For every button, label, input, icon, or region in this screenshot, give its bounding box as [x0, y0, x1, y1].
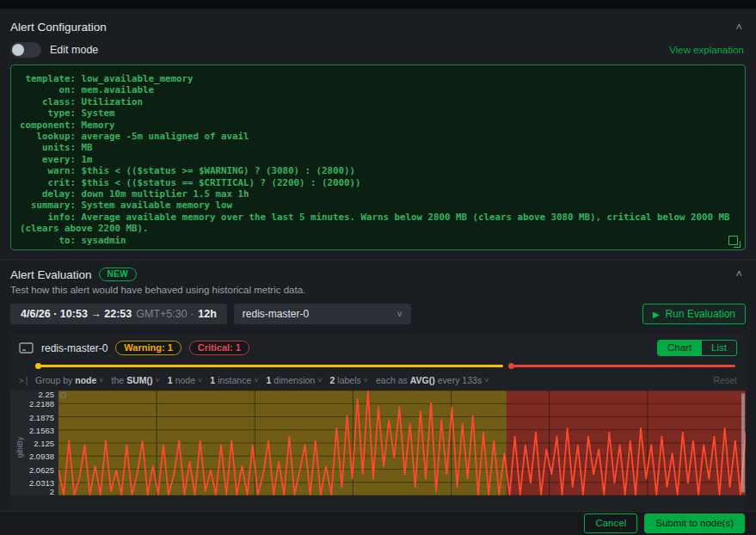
- groupby-label: Group by: [35, 375, 72, 385]
- alert-evaluation-header: Alert Evaluation NEW ˄: [0, 260, 756, 281]
- warning-timeline-marker[interactable]: [35, 363, 41, 369]
- view-explanation-link[interactable]: View explanation: [669, 45, 744, 55]
- chevron-down-icon: ˅: [198, 376, 202, 384]
- alert-definition-code: template: low_available_memory on: mem.a…: [20, 73, 734, 246]
- dimensions-label: dimension: [274, 375, 315, 385]
- submit-button[interactable]: Submit to node(s): [644, 513, 745, 533]
- warning-timeline-bar: [38, 365, 502, 367]
- date-range-duration: 12h: [198, 308, 217, 320]
- edit-mode-toggle[interactable]: [10, 42, 41, 58]
- chart-node-name: redis-master-0: [41, 342, 108, 354]
- reset-button[interactable]: Reset: [714, 375, 737, 385]
- dimensions-count: 1: [267, 375, 272, 385]
- list-view-button[interactable]: List: [701, 341, 736, 355]
- edit-mode-label: Edit mode: [50, 44, 98, 56]
- nodes-count: 1: [168, 375, 173, 385]
- labels-count: 2: [329, 375, 335, 385]
- modal-footer: Cancel Submit to node(s): [0, 511, 756, 535]
- critical-timeline-bar: [512, 365, 735, 367]
- each-as-label: each as: [376, 375, 408, 385]
- warning-count-badge: Warning: 1: [115, 341, 181, 355]
- new-badge: NEW: [99, 268, 138, 281]
- date-range-timezone: GMT+5:30 ·: [136, 308, 194, 320]
- aggregation-dropdown[interactable]: the SUM() ˅: [112, 375, 160, 385]
- copy-icon-back: [734, 241, 741, 248]
- toolbar-collapse-icon[interactable]: >|: [19, 376, 29, 385]
- edit-mode-row: Edit mode View explanation: [0, 35, 756, 63]
- chart-list-toggle: Chart List: [657, 340, 737, 356]
- chevron-down-icon: ˅: [317, 376, 322, 384]
- toggle-knob: [12, 44, 24, 56]
- y-axis-tick: 2.0625: [29, 464, 54, 474]
- groupby-value: node: [75, 375, 96, 385]
- y-axis-tick: 2.1563: [29, 425, 54, 434]
- alert-evaluation-title: Alert Evaluation: [10, 268, 92, 281]
- y-axis-tick: 2: [50, 487, 54, 496]
- chevron-down-icon: ˅: [99, 376, 103, 384]
- alert-evaluation-section: Alert Evaluation NEW ˄ Test how this ale…: [0, 259, 756, 511]
- each-as-dropdown[interactable]: each as AVG() every 133s ˅: [376, 375, 489, 385]
- chart-view-button[interactable]: Chart: [658, 341, 701, 355]
- chart-scrollbar[interactable]: [741, 393, 745, 493]
- aggregation-label: the: [112, 375, 125, 385]
- alert-modal: Alert Configuration ˄ Edit mode View exp…: [0, 9, 756, 535]
- evaluation-chart-panel: redis-master-0 Warning: 1 Critical: 1 Ch…: [10, 333, 746, 511]
- plot-area[interactable]: [58, 390, 746, 495]
- labels-label: labels: [337, 375, 360, 385]
- date-range-main: 4/6/26 · 10:53 → 22:53: [21, 308, 132, 320]
- y-axis-tick: 2.125: [34, 439, 54, 448]
- run-evaluation-button[interactable]: ▶ Run Evaluation: [642, 304, 746, 324]
- y-axis-tick: 2.2188: [29, 399, 54, 409]
- chevron-down-icon: ˅: [156, 376, 160, 384]
- y-axis-tick: 2.1875: [29, 412, 54, 421]
- run-evaluation-label: Run Evaluation: [666, 308, 735, 320]
- chart-panel-header: redis-master-0 Warning: 1 Critical: 1 Ch…: [10, 333, 746, 360]
- alert-configuration-header: Alert Configuration ˄: [0, 9, 756, 35]
- instances-count: 1: [210, 375, 215, 385]
- chart-toolbar: >| Group by node ˅ the SUM() ˅ 1 node ˅: [10, 371, 746, 388]
- play-icon: ▶: [653, 310, 660, 319]
- alert-definition-codebox: template: low_available_memory on: mem.a…: [10, 65, 746, 250]
- chevron-down-icon: ˅: [396, 309, 402, 319]
- y-axis: gibiBy 2.252.21882.18752.15632.1252.0938…: [10, 390, 58, 495]
- evaluation-chart[interactable]: [58, 390, 746, 495]
- instances-dropdown[interactable]: 1 instance ˅: [210, 375, 258, 385]
- collapse-configuration-icon[interactable]: ˄: [735, 23, 742, 32]
- critical-count-badge: Critical: 1: [189, 341, 249, 355]
- evaluation-subtitle: Test how this alert would have behaved u…: [0, 281, 756, 297]
- y-axis-tick: 2.25: [39, 390, 55, 399]
- every-label: every 133s: [438, 375, 482, 385]
- backdrop-top-strip: [0, 0, 756, 9]
- node-select-value: redis-master-0: [243, 308, 309, 320]
- critical-timeline-marker[interactable]: [508, 363, 514, 369]
- each-as-value: AVG(): [410, 375, 435, 385]
- node-icon: [19, 342, 34, 354]
- dimensions-dropdown[interactable]: 1 dimension ˅: [267, 375, 323, 385]
- y-axis-tick: 2.0938: [29, 452, 54, 461]
- date-range-picker[interactable]: 4/6/26 · 10:53 → 22:53 GMT+5:30 · 12h: [10, 304, 227, 324]
- groupby-dropdown[interactable]: Group by node ˅: [35, 375, 104, 385]
- y-axis-unit-label: gibiBy: [15, 430, 24, 464]
- node-select[interactable]: redis-master-0 ˅: [234, 304, 411, 324]
- labels-dropdown[interactable]: 2 labels ˅: [329, 375, 368, 385]
- status-timeline: [10, 362, 746, 370]
- copy-icon[interactable]: [728, 236, 738, 245]
- instances-label: instance: [218, 375, 251, 385]
- collapse-evaluation-icon[interactable]: ˄: [735, 270, 742, 279]
- nodes-label: node: [175, 375, 195, 385]
- chevron-down-icon: ˅: [484, 376, 489, 384]
- nodes-dropdown[interactable]: 1 node ˅: [168, 375, 202, 385]
- chevron-down-icon: ˅: [254, 376, 258, 384]
- alert-configuration-title: Alert Configuration: [10, 21, 107, 34]
- aggregation-value: SUM(): [126, 375, 152, 385]
- cancel-button[interactable]: Cancel: [584, 513, 637, 533]
- chart-area: gibiBy 2.252.21882.18752.15632.1252.0938…: [10, 390, 746, 495]
- evaluation-controls: 4/6/26 · 10:53 → 22:53 GMT+5:30 · 12h re…: [0, 297, 756, 324]
- chevron-down-icon: ˅: [364, 376, 368, 384]
